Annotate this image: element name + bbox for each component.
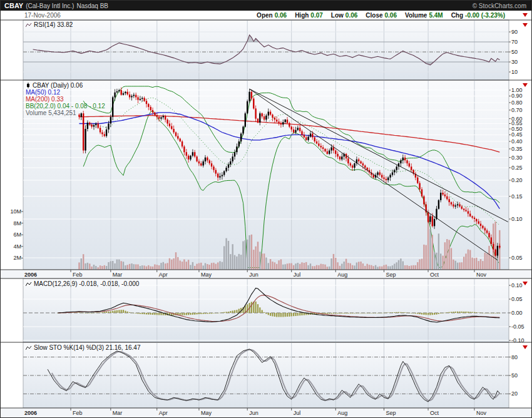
stockcharts-chart: CBAY (Cal-Bay Intl Inc.) Nasdaq BB © Sto…: [0, 0, 532, 418]
svg-text:30: 30: [511, 59, 518, 65]
svg-text:6M: 6M: [13, 232, 21, 238]
title-bar: CBAY (Cal-Bay Intl Inc.) Nasdaq BB © Sto…: [1, 1, 531, 11]
svg-text:90: 90: [511, 29, 518, 35]
axis-labels: 90705030101.000.900.800.700.600.550.500.…: [10, 29, 524, 397]
date-axis: 2006FebMarAprMayJunJulAugSepOctNov: [24, 408, 486, 416]
scale-arrow: [523, 345, 528, 349]
rsi-panel: [23, 32, 509, 72]
svg-text:0.10: 0.10: [511, 282, 523, 288]
svg-text:Sep: Sep: [386, 410, 396, 416]
svg-text:0.05: 0.05: [511, 255, 523, 261]
svg-text:0.15: 0.15: [511, 193, 523, 200]
svg-text:-0.10: -0.10: [511, 337, 524, 344]
bb-legend-label: BB(20,2.0) 0.04 - 0.08 - 0.12: [26, 103, 105, 110]
svg-text:Feb: Feb: [73, 410, 83, 416]
price-panel: [23, 86, 509, 268]
svg-text:10M: 10M: [10, 208, 21, 215]
svg-text:0.30: 0.30: [511, 155, 523, 161]
svg-text:0.55: 0.55: [511, 120, 523, 126]
rsi-oversold-fill: [33, 62, 500, 65]
volume-legend-label: Volume 5,434,251: [26, 110, 76, 116]
svg-text:0.80: 0.80: [511, 99, 523, 106]
svg-text:0.45: 0.45: [511, 131, 523, 138]
svg-text:0.60: 0.60: [511, 116, 523, 122]
svg-text:Mar: Mar: [113, 410, 123, 416]
svg-text:10: 10: [511, 69, 518, 75]
ma200-line: [79, 116, 500, 153]
ma50-legend: MA(50) 0.12: [26, 89, 60, 96]
svg-text:0.40: 0.40: [511, 138, 523, 145]
price-legend-main: CBAY (Daily) 0.06: [26, 82, 83, 89]
svg-text:0.90: 0.90: [511, 93, 523, 99]
svg-text:0.10: 0.10: [511, 216, 523, 222]
svg-text:Aug: Aug: [337, 272, 347, 278]
svg-text:Apr: Apr: [159, 272, 168, 278]
rsi-legend: RSI(14) 33.82: [26, 21, 73, 28]
svg-text:80: 80: [511, 354, 518, 360]
svg-text:Jun: Jun: [249, 272, 258, 278]
svg-text:0.20: 0.20: [511, 177, 523, 183]
sto-legend: Slow STO %K(14) %D(3) 21.16, 16.47: [26, 344, 140, 351]
trendlines: [250, 89, 508, 260]
quote-row: 17-Nov-2006 Open0.06 High0.07 Low0.06 Cl…: [1, 11, 531, 20]
scale-arrow: [523, 23, 528, 27]
exchange-name: Nasdaq BB: [76, 3, 108, 9]
svg-text:1.00: 1.00: [511, 87, 523, 93]
svg-text:0.00: 0.00: [511, 310, 523, 316]
quote-date: 17-Nov-2006: [24, 12, 61, 19]
sto-line-swatch-icon: [26, 345, 32, 350]
svg-text:2006: 2006: [24, 272, 37, 278]
volume-bars: [78, 210, 500, 270]
ticker-symbol: CBAY: [4, 2, 23, 9]
svg-text:0.35: 0.35: [511, 146, 523, 152]
svg-text:Jun: Jun: [249, 410, 258, 416]
svg-text:20: 20: [511, 390, 518, 397]
rsi-line: [33, 35, 500, 65]
quote-volume: Volume5.4M: [405, 12, 443, 19]
ma200-legend-label: MA(200) 0.33: [26, 96, 64, 103]
volume-legend: Volume 5,434,251: [26, 110, 76, 116]
copyright-link[interactable]: © StockCharts.com: [473, 3, 526, 9]
sto-d-line: [52, 350, 500, 400]
quote-chg: Chg-0.00 (-3.23%): [451, 12, 505, 19]
macd-signal-line: [58, 295, 499, 322]
bb-legend: BB(20,2.0) 0.04 - 0.08 - 0.12: [26, 103, 105, 110]
svg-text:8M: 8M: [13, 220, 21, 227]
price-legend-label: CBAY (Daily) 0.06: [33, 82, 83, 89]
sto-k-line: [48, 349, 499, 402]
rsi-legend-label: RSI(14) 33.82: [34, 21, 73, 28]
svg-text:Nov: Nov: [476, 410, 487, 416]
chart-canvas: 2006FebMarAprMayJunJulAugSepOctNov2006Fe…: [1, 1, 532, 418]
svg-text:Sep: Sep: [386, 272, 396, 278]
svg-text:0.50: 0.50: [511, 126, 523, 132]
svg-text:0.05: 0.05: [511, 296, 523, 302]
svg-text:Jul: Jul: [294, 410, 301, 416]
sto-legend-label: Slow STO %K(14) %D(3) 21.16, 16.47: [34, 344, 140, 351]
date-axis: 2006FebMarAprMayJunJulAugSepOctNov: [24, 270, 486, 278]
svg-text:Aug: Aug: [337, 410, 347, 416]
svg-text:0.25: 0.25: [511, 165, 523, 171]
svg-text:May: May: [201, 272, 212, 278]
quote-low: Low0.06: [331, 12, 357, 19]
scale-arrow: [523, 83, 528, 87]
svg-text:-0.05: -0.05: [511, 324, 524, 330]
quote-open: Open0.06: [257, 12, 287, 19]
rsi-overbought-fill: [33, 35, 500, 42]
svg-text:50: 50: [511, 372, 518, 379]
rsi-line-swatch-icon: [26, 23, 32, 28]
svg-text:Oct: Oct: [430, 410, 439, 416]
svg-text:Jul: Jul: [294, 272, 301, 278]
macd-panel: [23, 285, 509, 340]
price-candles: [78, 88, 500, 258]
svg-text:May: May: [201, 410, 212, 416]
svg-text:2M: 2M: [13, 255, 21, 261]
macd-line-swatch-icon: [26, 282, 32, 287]
candlestick-swatch-icon: [26, 83, 31, 88]
macd-histogram: [58, 302, 501, 317]
svg-text:70: 70: [511, 39, 518, 45]
macd-legend: MACD(12,26,9) -0.018, -0.018, -0.000: [26, 280, 139, 287]
bollinger-band: [83, 86, 499, 203]
svg-text:0.70: 0.70: [511, 107, 523, 113]
company-name: (Cal-Bay Intl Inc.): [26, 3, 74, 9]
svg-text:2006: 2006: [24, 410, 37, 416]
